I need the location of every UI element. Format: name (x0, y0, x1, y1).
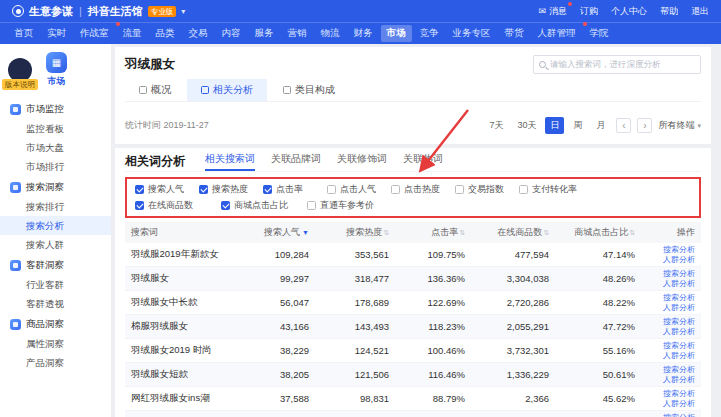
action-link-search-analysis[interactable]: 搜索分析 (647, 293, 695, 303)
topbar-item-logout[interactable]: 退出 (691, 5, 709, 18)
nav-item-business-zone[interactable]: 业务专区 (447, 25, 497, 42)
sidebar-menu: 市场监控监控看板市场大盘市场排行搜索洞察搜索排行搜索分析搜索人群客群洞察行业客群… (0, 100, 111, 372)
subtab-related-brand-words[interactable]: 关联品牌词 (271, 152, 321, 171)
sidebar-item-customer-perspective[interactable]: 客群透视 (0, 294, 111, 313)
subtab-related-modifier-words[interactable]: 关联修饰词 (337, 152, 387, 171)
cell-search-popularity: 34,572 (243, 411, 315, 417)
prev-date-button[interactable]: ‹ (616, 118, 631, 133)
next-date-button[interactable]: › (637, 118, 652, 133)
action-link-audience-analysis[interactable]: 人群分析 (647, 327, 695, 337)
cell-search-heat: 143,493 (315, 315, 395, 339)
action-link-search-analysis[interactable]: 搜索分析 (647, 389, 695, 399)
sidebar-item-search-audience[interactable]: 搜索人群 (0, 235, 111, 254)
checkbox-checked-icon[interactable] (135, 185, 144, 194)
range-button-7d[interactable]: 7天 (484, 117, 508, 134)
action-link-search-analysis[interactable]: 搜索分析 (647, 341, 695, 351)
checkbox-unchecked-icon[interactable] (327, 185, 336, 194)
subtab-related-hot-words[interactable]: 关联热词 (403, 152, 443, 171)
column-header-search-popularity[interactable]: 搜索人气▼ (243, 222, 315, 243)
nav-item-home[interactable]: 首页 (8, 25, 39, 42)
cell-search-heat: 68,585 (315, 411, 395, 417)
action-link-audience-analysis[interactable]: 人群分析 (647, 255, 695, 265)
action-link-search-analysis[interactable]: 搜索分析 (647, 269, 695, 279)
range-button-30d[interactable]: 30天 (512, 117, 541, 134)
topbar-item-personal-center[interactable]: 个人中心 (611, 5, 647, 18)
column-header-actions[interactable]: 操作 (641, 222, 701, 243)
column-header-mall-click-share[interactable]: 商城点击占比⇅ (555, 222, 641, 243)
nav-item-competition[interactable]: 竞争 (414, 25, 445, 42)
action-link-search-analysis[interactable]: 搜索分析 (647, 317, 695, 327)
filter-mall-click-share[interactable]: 商城点击占比 (221, 199, 307, 212)
chevron-down-icon[interactable]: ▾ (181, 7, 185, 16)
column-header-keyword[interactable]: 搜索词 (125, 222, 243, 243)
subtab-related-search-words[interactable]: 相关搜索词 (205, 152, 255, 171)
sidebar-item-monitor-board[interactable]: 监控看板 (0, 119, 111, 138)
action-link-audience-analysis[interactable]: 人群分析 (647, 279, 695, 289)
tab-category-composition[interactable]: 类目构成 (269, 79, 349, 101)
topbar-item-orders[interactable]: 订购 (580, 5, 598, 18)
checkbox-unchecked-icon[interactable] (391, 185, 400, 194)
filter-online-items[interactable]: 在线商品数 (135, 199, 221, 212)
tab-related-analysis[interactable]: 相关分析 (187, 79, 267, 101)
sidebar-item-product-insight-item[interactable]: 产品洞察 (0, 353, 111, 372)
filter-click-popularity[interactable]: 点击人气 (327, 183, 391, 196)
filter-trade-index[interactable]: 交易指数 (455, 183, 519, 196)
filter-through-train-ref-price[interactable]: 直通车参考价 (307, 199, 393, 212)
topbar-item-messages[interactable]: ✉消息 (538, 5, 567, 18)
nav-item-live-commerce[interactable]: 带货 (499, 25, 530, 42)
checkbox-unchecked-icon[interactable] (519, 185, 528, 194)
filter-pay-conversion[interactable]: 支付转化率 (519, 183, 583, 196)
column-header-search-heat[interactable]: 搜索热度⇅ (315, 222, 395, 243)
action-link-search-analysis[interactable]: 搜索分析 (647, 365, 695, 375)
column-header-online-items[interactable]: 在线商品数⇅ (471, 222, 555, 243)
range-button-week[interactable]: 周 (568, 117, 587, 134)
action-link-audience-analysis[interactable]: 人群分析 (647, 303, 695, 313)
sidebar-item-market-ranking[interactable]: 市场排行 (0, 157, 111, 176)
action-link-audience-analysis[interactable]: 人群分析 (647, 351, 695, 361)
sidebar-item-industry-customer[interactable]: 行业客群 (0, 275, 111, 294)
sidebar-item-attribute-insight[interactable]: 属性洞察 (0, 334, 111, 353)
nav-item-content[interactable]: 内容 (216, 25, 247, 42)
action-link-search-analysis[interactable]: 搜索分析 (647, 413, 695, 417)
column-header-click-rate[interactable]: 点击率⇅ (395, 222, 471, 243)
checkbox-checked-icon[interactable] (199, 185, 208, 194)
terminal-filter-dropdown[interactable]: 所有终端 ▾ (658, 119, 701, 132)
nav-item-traffic[interactable]: 流量 (117, 25, 148, 42)
stat-time[interactable]: 统计时间 2019-11-27 (125, 119, 209, 132)
filter-click-rate[interactable]: 点击率 (263, 183, 327, 196)
nav-item-category[interactable]: 品类 (150, 25, 181, 42)
nav-item-market[interactable]: 市场 (381, 25, 412, 42)
checkbox-checked-icon[interactable] (221, 201, 230, 210)
range-button-day[interactable]: 日 (545, 117, 564, 134)
nav-item-realtime[interactable]: 实时 (41, 25, 72, 42)
module-market[interactable]: ▦ 市场 (46, 52, 67, 88)
range-button-month[interactable]: 月 (591, 117, 610, 134)
checkbox-checked-icon[interactable] (135, 201, 144, 210)
filter-click-heat[interactable]: 点击热度 (391, 183, 455, 196)
tab-overview[interactable]: 概况 (125, 79, 185, 101)
action-link-audience-analysis[interactable]: 人群分析 (647, 399, 695, 409)
action-link-audience-analysis[interactable]: 人群分析 (647, 375, 695, 385)
checkbox-checked-icon[interactable] (263, 185, 272, 194)
nav-item-service[interactable]: 服务 (249, 25, 280, 42)
nav-item-war-room[interactable]: 作战室 (74, 25, 115, 42)
filter-search-heat[interactable]: 搜索热度 (199, 183, 263, 196)
sidebar-item-search-analysis[interactable]: 搜索分析 (0, 216, 111, 235)
checkbox-unchecked-icon[interactable] (455, 185, 464, 194)
sidebar-item-market-overview[interactable]: 市场大盘 (0, 138, 111, 157)
search-input[interactable] (550, 59, 695, 69)
version-badge[interactable]: 版本说明 (2, 79, 38, 90)
sidebar-item-search-ranking[interactable]: 搜索排行 (0, 197, 111, 216)
filter-search-popularity[interactable]: 搜索人气 (135, 183, 199, 196)
nav-item-logistics[interactable]: 物流 (315, 25, 346, 42)
checkbox-unchecked-icon[interactable] (307, 201, 316, 210)
nav-item-academy[interactable]: 学院 (584, 25, 615, 42)
brand[interactable]: 生意参谋 | 抖音生活馆 专业版 ▾ (12, 4, 185, 19)
action-link-search-analysis[interactable]: 搜索分析 (647, 245, 695, 255)
nav-item-marketing[interactable]: 营销 (282, 25, 313, 42)
app-name: 生意参谋 (29, 4, 73, 19)
nav-item-finance[interactable]: 财务 (348, 25, 379, 42)
nav-item-trade[interactable]: 交易 (183, 25, 214, 42)
nav-item-audience-management[interactable]: 人群管理 (532, 25, 582, 42)
topbar-item-help[interactable]: 帮助 (660, 5, 678, 18)
